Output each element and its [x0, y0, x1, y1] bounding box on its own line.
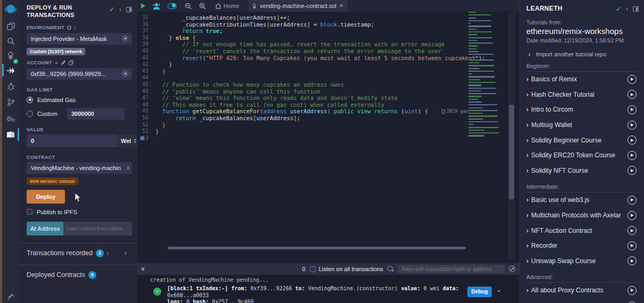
solidity-compiler-icon[interactable]: ✓ — [2, 49, 19, 63]
tutorial-item[interactable]: ›Recorder — [526, 238, 639, 254]
zoom-out-icon[interactable] — [181, 0, 195, 12]
tutorial-play-button[interactable] — [628, 226, 637, 235]
value-unit-select[interactable]: Wei ▴▾ — [117, 134, 137, 147]
close-tab-icon[interactable]: × — [340, 2, 343, 10]
copy-account-icon[interactable] — [69, 60, 73, 65]
add-account-icon[interactable]: + — [55, 60, 59, 66]
deployed-contracts-row[interactable]: Deployed Contracts 0 — [27, 271, 132, 279]
terminal-filter-input[interactable] — [398, 265, 505, 273]
plugin-connector-icon[interactable] — [2, 290, 19, 303]
line-number[interactable]: 43 — [137, 68, 155, 75]
pin-panel-icon[interactable] — [126, 7, 132, 12]
info-icon[interactable]: i — [74, 25, 76, 31]
tutorial-item[interactable]: ›NFT Auction Contract — [526, 223, 639, 238]
custom-gas-radio[interactable] — [27, 111, 33, 117]
tab-vending-machine-contract[interactable]: vending-machine-contract.sol × — [248, 0, 348, 12]
contract-select[interactable]: VendingMachine - vending-machin ▴▾ — [27, 162, 132, 174]
plug-icon[interactable] — [67, 26, 71, 30]
debug-button[interactable]: Debug — [467, 287, 492, 297]
tutorial-item[interactable]: ›Solidity NFT Course — [526, 163, 639, 179]
line-number[interactable]: 44 — [137, 74, 155, 81]
tutorial-play-button[interactable] — [628, 241, 637, 250]
tutorial-item[interactable]: ›Solidity ERC20 Token Course — [526, 148, 639, 163]
line-number[interactable]: 48 — [137, 102, 155, 108]
tutorial-play-button[interactable] — [628, 151, 637, 160]
horizontal-scrollbar[interactable] — [168, 247, 466, 249]
tutorial-item[interactable]: ›All about Proxy Contracts — [526, 283, 639, 298]
editor-minimap[interactable] — [468, 12, 509, 166]
terminal-expand-icon[interactable]: » — [139, 267, 147, 271]
tutorial-play-button[interactable] — [628, 211, 637, 220]
search-icon[interactable] — [2, 34, 19, 48]
transactions-recorded-row[interactable]: Transactions recorded 2 i › — [27, 249, 132, 257]
tutorial-item[interactable]: ›Solidity Beginner Course — [526, 132, 639, 148]
run-script-button[interactable] — [137, 0, 149, 12]
tutorial-play-button[interactable] — [628, 286, 637, 295]
tutorial-play-button[interactable] — [628, 75, 637, 84]
tutorial-item[interactable]: ›Basics of Remix — [526, 72, 639, 87]
learneth-book-icon[interactable] — [2, 128, 19, 142]
at-address-input[interactable] — [63, 222, 132, 235]
tutorial-play-button[interactable] — [628, 121, 637, 130]
clear-console-icon[interactable] — [509, 266, 515, 272]
line-number[interactable]: 40 — [137, 48, 155, 55]
tutorial-item[interactable]: ›Multichain Protocols with Axelar — [526, 208, 639, 223]
at-address-button[interactable]: At Address — [27, 222, 63, 235]
tutorial-item[interactable]: ›Intro to Circom — [526, 102, 639, 117]
ai-assistant-icon[interactable] — [149, 0, 164, 12]
deploy-run-icon[interactable] — [2, 64, 19, 78]
tutorial-item[interactable]: ›Uniswap Swap Course — [526, 254, 639, 269]
edit-account-icon[interactable] — [61, 60, 66, 65]
home-button[interactable]: Home — [210, 0, 243, 12]
line-number[interactable]: 51 — [137, 122, 155, 129]
tutorial-play-button[interactable] — [628, 256, 637, 265]
tutorial-item[interactable]: ›Deploy with Libraries — [526, 298, 639, 303]
transactions-info-icon[interactable]: i — [107, 250, 109, 256]
vertical-scrollbar-thumb[interactable] — [509, 105, 514, 199]
line-number[interactable]: 50 — [137, 115, 155, 122]
line-number[interactable]: 46 — [137, 88, 155, 95]
tutorial-play-button[interactable] — [628, 196, 637, 205]
code-editor[interactable]: 35 _cupcakeBalances[userAddress]++;36 _c… — [137, 12, 519, 254]
tutorial-item[interactable]: ›Basic use of web3.js — [526, 192, 639, 208]
line-number[interactable]: 41 — [137, 55, 155, 62]
deploy-button[interactable]: Deploy — [27, 190, 65, 204]
line-number[interactable]: 37 — [137, 28, 155, 35]
line-number[interactable]: 49 — [137, 108, 155, 115]
tutorial-play-button[interactable] — [628, 166, 637, 175]
environment-select[interactable]: Injected Provider - MetaMask ▾ — [27, 33, 132, 45]
listen-checkbox[interactable] — [310, 266, 316, 272]
line-number[interactable]: 45 — [137, 81, 155, 88]
line-number[interactable]: 39 — [137, 41, 155, 48]
panel-collapse-icon[interactable]: › — [119, 6, 121, 13]
line-number[interactable]: 35 — [137, 14, 155, 21]
tutorial-play-button[interactable] — [628, 90, 637, 99]
transactions-expand-icon[interactable]: › — [125, 249, 127, 257]
tutorial-item[interactable]: ›Multisig Wallet — [526, 117, 639, 133]
tx-log-entry[interactable]: [block:1 txIndex:-] from: 0xf39...92266 … — [167, 285, 460, 303]
learneth-collapse-icon[interactable]: › — [626, 5, 628, 13]
remix-logo-icon[interactable] — [2, 2, 19, 17]
tutorial-play-button[interactable] — [628, 105, 637, 114]
line-number[interactable]: 42 — [137, 61, 155, 68]
vertical-scrollbar-track[interactable] — [508, 13, 515, 259]
debugger-icon[interactable] — [2, 79, 19, 93]
tutorial-play-button[interactable] — [628, 301, 637, 303]
learneth-pin-icon[interactable] — [633, 6, 639, 12]
publish-ipfs-checkbox[interactable] — [27, 209, 32, 215]
estimated-gas-radio[interactable] — [27, 97, 33, 103]
import-repo-row[interactable]: › Import another tutorial repo — [526, 51, 639, 57]
settings-gears-icon[interactable]: ⚙⚙ — [2, 112, 19, 125]
line-number[interactable]: 36 — [137, 21, 155, 28]
value-input[interactable] — [27, 134, 117, 147]
tx-expand-icon[interactable]: › — [496, 289, 502, 293]
tutorial-item[interactable]: ›Hash Checker Tutorial — [526, 87, 639, 103]
account-select[interactable]: 0xf39...92266 (9999.99929... ▾ — [27, 68, 132, 80]
line-number[interactable]: 38 — [137, 35, 155, 41]
line-number[interactable]: 52 — [137, 128, 155, 135]
tutorial-play-button[interactable] — [628, 136, 637, 145]
file-explorer-icon[interactable] — [2, 19, 19, 33]
line-number[interactable]: 47 — [137, 95, 155, 102]
zoom-in-icon[interactable] — [195, 0, 210, 12]
custom-gas-input[interactable] — [67, 108, 125, 120]
